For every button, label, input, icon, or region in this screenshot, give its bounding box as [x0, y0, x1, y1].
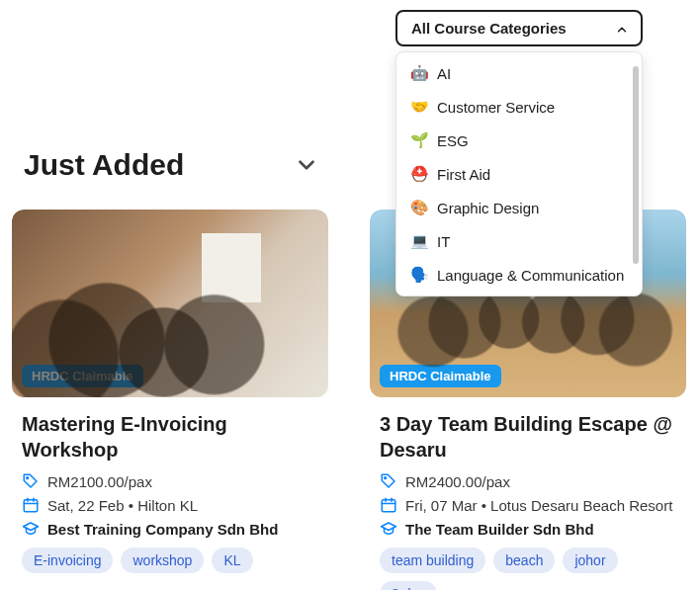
price-tag-icon [22, 472, 40, 490]
svg-point-5 [385, 477, 387, 479]
category-select-label: All Course Categories [411, 20, 567, 37]
category-option-label: AI [437, 65, 451, 82]
calendar-icon [380, 496, 397, 514]
category-dropdown: 🤖 AI 🤝 Customer Service 🌱 ESG ⛑️ First A… [395, 51, 643, 296]
emoji-icon: 💻 [410, 232, 429, 250]
price-row: RM2100.00/pax [22, 472, 318, 490]
category-option-label: Language & Communication [437, 267, 624, 284]
provider-row: The Team Builder Sdn Bhd [380, 520, 676, 538]
course-tag[interactable]: E-invoicing [22, 548, 113, 573]
category-option-language[interactable]: 🗣️ Language & Communication [396, 258, 642, 292]
svg-rect-6 [382, 500, 395, 512]
education-cap-icon [22, 520, 40, 538]
svg-point-0 [27, 477, 29, 479]
course-date-location: Sat, 22 Feb • Hilton KL [47, 497, 198, 514]
course-tag[interactable]: KL [212, 548, 252, 573]
education-cap-icon [380, 520, 397, 538]
dropdown-scrollbar[interactable] [633, 66, 639, 264]
hrdc-badge: HRDC Claimable [380, 365, 501, 387]
section-title: Just Added [24, 148, 184, 182]
category-select-trigger[interactable]: All Course Categories [395, 10, 643, 46]
course-card[interactable]: HRDC Claimable Mastering E-Invoicing Wor… [12, 210, 328, 590]
category-option-customer-service[interactable]: 🤝 Customer Service [396, 90, 642, 124]
chevron-up-icon [615, 23, 627, 35]
section-header: Just Added [24, 148, 320, 182]
date-location-row: Fri, 07 Mar • Lotus Desaru Beach Resort [380, 496, 676, 514]
tag-list: team building beach johor 3 day [380, 548, 676, 590]
course-title: 3 Day Team Building Escape @ Desaru [380, 411, 676, 463]
category-option-label: First Aid [437, 166, 490, 183]
course-date-location: Fri, 07 Mar • Lotus Desaru Beach Resort [405, 497, 672, 514]
course-price: RM2100.00/pax [47, 473, 152, 490]
tag-list: E-invoicing workshop KL [22, 548, 318, 573]
category-option-ai[interactable]: 🤖 AI [396, 56, 642, 90]
calendar-icon [22, 496, 40, 514]
course-price: RM2400.00/pax [405, 473, 510, 490]
date-location-row: Sat, 22 Feb • Hilton KL [22, 496, 318, 514]
price-row: RM2400.00/pax [380, 472, 676, 490]
category-option-graphic-design[interactable]: 🎨 Graphic Design [396, 191, 642, 224]
course-title: Mastering E-Invoicing Workshop [22, 411, 318, 463]
course-tag[interactable]: workshop [121, 548, 204, 573]
emoji-icon: 🗣️ [410, 266, 429, 284]
course-image: HRDC Claimable [12, 210, 328, 397]
provider-row: Best Training Company Sdn Bhd [22, 520, 318, 538]
chevron-down-icon[interactable] [293, 151, 320, 179]
course-provider: The Team Builder Sdn Bhd [405, 521, 594, 538]
category-option-first-aid[interactable]: ⛑️ First Aid [396, 157, 642, 191]
emoji-icon: 🎨 [410, 199, 429, 216]
emoji-icon: ⛑️ [410, 165, 429, 183]
course-provider: Best Training Company Sdn Bhd [47, 521, 278, 538]
svg-rect-1 [24, 500, 38, 512]
category-option-label: ESG [437, 132, 469, 149]
category-option-label: IT [437, 233, 450, 250]
emoji-icon: 🤖 [410, 64, 429, 82]
course-tag[interactable]: 3 day [380, 581, 437, 590]
course-tag[interactable]: johor [563, 548, 617, 573]
category-filter: All Course Categories 🤖 AI 🤝 Customer Se… [395, 10, 643, 46]
emoji-icon: 🤝 [410, 98, 429, 116]
category-option-it[interactable]: 💻 IT [396, 224, 642, 258]
emoji-icon: 🌱 [410, 131, 429, 149]
price-tag-icon [380, 472, 397, 490]
hrdc-badge: HRDC Claimable [22, 365, 143, 387]
category-option-label: Graphic Design [437, 200, 539, 216]
course-tag[interactable]: team building [380, 548, 485, 573]
course-tag[interactable]: beach [493, 548, 555, 573]
category-option-esg[interactable]: 🌱 ESG [396, 124, 642, 157]
category-option-label: Customer Service [437, 99, 555, 116]
